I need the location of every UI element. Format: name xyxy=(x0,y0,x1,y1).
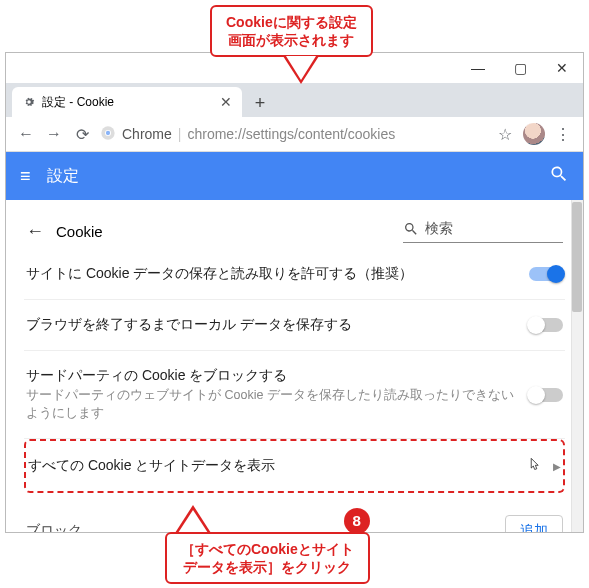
setting-allow-cookies: サイトに Cookie データの保存と読み取りを許可する（推奨） xyxy=(24,249,565,300)
all-cookies-link[interactable]: すべての Cookie とサイトデータを表示 ▶ xyxy=(24,439,565,493)
cursor-pointer-icon xyxy=(527,457,541,475)
minimize-button[interactable]: — xyxy=(457,53,499,83)
callout-bottom-box: 8 ［すべてのCookieとサイト データを表示］をクリック xyxy=(165,532,370,584)
back-button[interactable]: ← xyxy=(16,124,36,144)
url-scheme: Chrome xyxy=(122,126,172,142)
toolbar: ← → ⟳ Chrome | chrome://settings/content… xyxy=(6,117,583,152)
callout-top-line2: 画面が表示されます xyxy=(226,31,357,49)
content-area: ← Cookie 検索 サイトに Cookie データの保存と読み取りを許可する… xyxy=(6,200,583,532)
bookmark-star-icon[interactable]: ☆ xyxy=(495,124,515,144)
search-icon xyxy=(403,221,419,237)
chrome-icon xyxy=(100,125,116,144)
browser-window: — ▢ ✕ 設定 - Cookie ✕ + ← → ⟳ Chrome | chr… xyxy=(5,52,584,533)
maximize-button[interactable]: ▢ xyxy=(499,53,541,83)
profile-avatar[interactable] xyxy=(523,123,545,145)
forward-button[interactable]: → xyxy=(44,124,64,144)
new-tab-button[interactable]: + xyxy=(246,89,274,117)
add-button[interactable]: 追加 xyxy=(505,515,563,532)
toggle-block-third-party[interactable] xyxy=(529,388,563,402)
setting-desc: サードパーティのウェブサイトが Cookie データを保存したり読み取ったりでき… xyxy=(26,387,517,422)
hamburger-icon[interactable]: ≡ xyxy=(20,166,31,187)
page-back-button[interactable]: ← xyxy=(26,221,44,242)
page-head: ← Cookie 検索 xyxy=(24,216,565,249)
link-label: すべての Cookie とサイトデータを表示 xyxy=(28,457,515,475)
callout-bottom-line2: データを表示］をクリック xyxy=(181,558,354,576)
url-divider: | xyxy=(178,126,182,142)
toggle-keep-until-quit[interactable] xyxy=(529,318,563,332)
setting-label: サイトに Cookie データの保存と読み取りを許可する（推奨） xyxy=(26,265,517,283)
callout-top-box: Cookieに関する設定 画面が表示されます xyxy=(210,5,373,57)
callout-arrow-down xyxy=(283,56,319,84)
setting-label: ブラウザを終了するまでローカル データを保存する xyxy=(26,316,517,334)
callout-bottom-line1: ［すべてのCookieとサイト xyxy=(181,540,354,558)
setting-block-third-party: サードパーティの Cookie をブロックする サードパーティのウェブサイトが … xyxy=(24,351,565,439)
header-search-icon[interactable] xyxy=(549,164,569,188)
toggle-allow-cookies[interactable] xyxy=(529,267,563,281)
close-window-button[interactable]: ✕ xyxy=(541,53,583,83)
app-title: 設定 xyxy=(47,166,549,187)
gear-icon xyxy=(22,95,36,109)
step-badge: 8 xyxy=(344,508,370,534)
menu-dots-icon[interactable]: ⋮ xyxy=(553,124,573,144)
callout-top: Cookieに関する設定 画面が表示されます xyxy=(210,5,373,84)
url-path: chrome://settings/content/cookies xyxy=(187,126,395,142)
search-placeholder: 検索 xyxy=(425,220,453,238)
browser-tab[interactable]: 設定 - Cookie ✕ xyxy=(12,87,242,117)
page-title: Cookie xyxy=(56,223,391,240)
tab-strip: 設定 - Cookie ✕ + xyxy=(6,83,583,117)
callout-top-line1: Cookieに関する設定 xyxy=(226,13,357,31)
svg-point-2 xyxy=(106,130,110,134)
omnibox[interactable]: Chrome | chrome://settings/content/cooki… xyxy=(100,125,487,144)
chevron-right-icon: ▶ xyxy=(553,461,561,472)
setting-label: サードパーティの Cookie をブロックする xyxy=(26,367,517,385)
app-header: ≡ 設定 xyxy=(6,152,583,200)
scrollbar-track[interactable] xyxy=(571,200,583,532)
close-tab-icon[interactable]: ✕ xyxy=(220,94,232,110)
reload-button[interactable]: ⟳ xyxy=(72,124,92,144)
setting-keep-until-quit: ブラウザを終了するまでローカル データを保存する xyxy=(24,300,565,351)
page-search[interactable]: 検索 xyxy=(403,220,563,243)
callout-arrow-up xyxy=(175,505,211,533)
callout-bottom: 8 ［すべてのCookieとサイト データを表示］をクリック xyxy=(165,505,370,584)
scrollbar-thumb[interactable] xyxy=(572,202,582,312)
tab-title: 設定 - Cookie xyxy=(42,94,114,111)
